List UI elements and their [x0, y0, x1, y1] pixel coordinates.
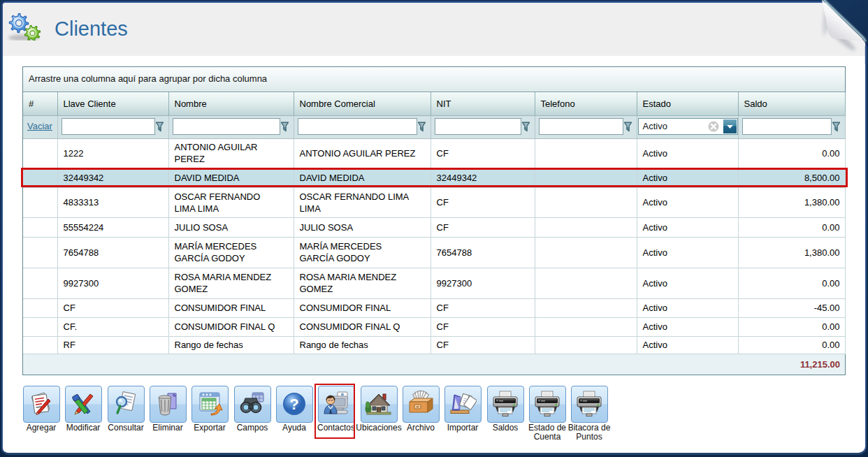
svg-text:?: ?: [289, 396, 298, 413]
